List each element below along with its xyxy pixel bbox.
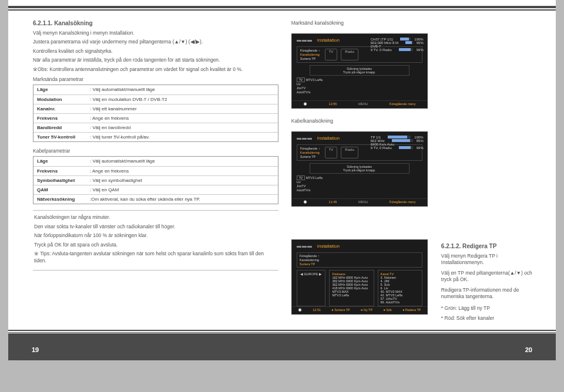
intro-line: Kontrollera kvalitet och signalstyrka. [33,48,278,55]
screenshot-terrestrial: Installation CH37 (TP 1/1)100% 602,000 M… [291,33,428,109]
table-row: Frekvens: Ange en frekvens [33,166,278,175]
table-row: Modulation: Välj en modulation DVB-T / D… [33,94,278,104]
signal-info: CH37 (TP 1/1)100% 602,000 MHz 8 M95% DVB… [371,38,424,52]
table-row: Läge: Välj automatiskt/manuellt läge [33,156,278,165]
marksanda-heading: Marksända parametrar [33,76,278,82]
screenshot-caption: Kabelkanalsökning [291,118,428,124]
page: 6.2.1.1. Kanalsökning Välj menyn Kanalsö… [8,0,556,360]
tab-radio: Radio [341,49,358,60]
kanal-col: Kanal TV 3. Nelonen 4. JIM 5. Sub 6. Liv… [378,270,422,306]
far-right-column: 6.2.1.2. Redigera TP Välj menyn Redigera… [441,20,538,325]
table-row: Frekvens: Ange en frekvens [33,113,278,123]
lower-line: Kanalsökningen tar några minuter. [34,214,277,221]
tab-tv: TV [325,147,338,158]
page-number-right: 20 [525,346,532,353]
lower-line: ※ Tips: Avsluta-tangenten avslutar sökni… [34,251,277,264]
table-row: Tuner 5V-kontroll: Välj tuner 5V-kontrol… [33,132,278,141]
shot-footer: ⌚11:49MENUFöregående meny [292,198,427,205]
far-line: Välj en TP med piltangenterna(▲/▼) och t… [441,270,538,283]
screenshot-cable: Installation TP 1/1100% 602 MHz85% 6900 … [291,131,428,207]
tab-radio: Radio [341,147,358,158]
tab-tv: TV [325,49,338,60]
lower-block: Kanalsökningen tar några minuter. Den vi… [33,210,278,271]
kabel-table: Läge: Välj automatiskt/manuellt läge Fre… [33,156,278,204]
marksanda-table: Läge: Välj automatiskt/manuellt läge Mod… [33,85,278,142]
page-footer: 19 20 [8,333,556,360]
region-col: ◀ EUROPE ▶ [297,270,326,306]
tp-columns: ◀ EUROPE ▶ Frekvens 162 MHz 6900 Kp/s Au… [297,270,422,306]
shot-title: Installation [317,136,340,141]
screenshot-edit-tp: Installation Föregående ↑ Kanalsökning S… [291,239,428,315]
table-row: QAM: Välj en QAM [33,185,278,194]
left-menu: Föregående ↑ Kanalsökning Sortera TP [300,49,320,60]
menu-dots-icon [297,245,313,248]
right-column: Marksänd kanalsökning Installation CH37 … [291,20,428,325]
intro-line: Justera parametrarna vid varje undermeny… [33,39,278,45]
menu-dots-icon [297,39,313,42]
far-line: * Grön: Lägg till ny TP [441,305,538,312]
far-line: * Röd: Sök efter kanaler [441,315,538,322]
left-menu: Föregående ↑ Kanalsökning Sortera TP [300,147,320,158]
table-row: Symbolhastighet: Välj en symbolhastighet [33,175,278,185]
lower-line: Den visar sökta tv-kanaler till vänster … [34,224,277,230]
screenshot-caption: Marksänd kanalsökning [291,20,428,26]
section-heading: 6.2.1.1. Kanalsökning [33,20,278,26]
shot-footer: ⌚12:55MENUFöregående meny [292,100,427,107]
signal-info: TP 1/1100% 602 MHz85% 6900 Ks/s Auto 9 T… [371,136,424,150]
shot-title: Installation [317,244,340,249]
intro-line: Välj menyn Kanalsökning i menyn Installa… [33,30,278,36]
section-heading-far: 6.2.1.2. Redigera TP [441,243,538,249]
content-area: 6.2.1.1. Kanalsökning Välj menyn Kanalsö… [8,14,556,325]
intro-line: När alla parametrar är inställda, tryck … [33,57,278,63]
channel-list: TV MTV3 Leffa Liv JimTV AdultTV/s [297,78,422,94]
shot-footer: ⌚12:51 ● Sortera TP ● Ny TP ● Sök ● Rade… [292,306,427,313]
table-row: Bandbredd: Välj en bandbredd [33,123,278,132]
table-row: Nätverkssökning:Om aktiverat, kan du sök… [33,194,278,204]
top-divider [8,6,556,11]
table-row: Läge: Välj automatiskt/manuellt läge [33,85,278,94]
freq-col: Frekvens 162 MHz 6900 Kp/s Auto 282 MHz … [329,270,374,306]
far-line: Redigera TP-informationen med de numeris… [441,287,538,300]
channel-list: TV MTV3 Leffa Liv JimTV AdultTV/s [297,176,422,192]
message-box: Sökning lyckadesTryck på någon knapp. [310,163,409,174]
left-column: 6.2.1.1. Kanalsökning Välj menyn Kanalsö… [33,20,278,325]
lower-line: Tryck på OK för att spara och avsluta. [34,242,277,248]
lower-line: När förloppsindikatorn når 100 % är sökn… [34,232,277,239]
far-line: Välj menyn Redigera TP i Installationsme… [441,253,538,266]
menu-dots-icon [297,137,313,140]
shot-title: Installation [317,38,340,43]
table-row: Kanalnr.: Välj ett kanalnummer [33,104,278,113]
page-number-left: 19 [32,346,39,353]
left-menu: Föregående ↑ Kanalsökning Sortera TP [300,254,419,266]
kabel-heading: Kabelparametrar [33,148,278,154]
intro-line: ※Obs: Kontrollera antennanslutningen och… [33,66,278,73]
message-box: Sökning lyckadesTryck på någon knapp. [310,65,409,76]
